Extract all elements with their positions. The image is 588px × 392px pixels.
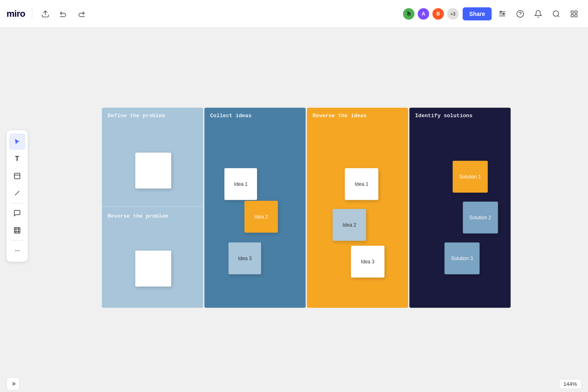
board-container: Define the problem Reverse the problem C… bbox=[102, 108, 511, 308]
reverse-idea-1[interactable]: Idea 1 bbox=[345, 168, 378, 200]
notifications-icon[interactable] bbox=[531, 7, 546, 21]
expand-sidebar-button[interactable] bbox=[7, 377, 20, 390]
svg-rect-11 bbox=[14, 173, 20, 179]
column-reverse: Reverse the ideas Idea 1 Idea 2 Idea 3 bbox=[307, 108, 408, 308]
header-right: 🖱 A B +3 Share bbox=[402, 7, 581, 21]
search-icon[interactable] bbox=[549, 7, 564, 21]
define-problem-section: Define the problem bbox=[102, 108, 203, 207]
column-identify: Identify solutions Solution 1 Solution 2… bbox=[410, 108, 511, 308]
collect-ideas-title: Collect ideas bbox=[210, 113, 252, 119]
svg-rect-8 bbox=[575, 11, 577, 13]
cursor-tool-button[interactable] bbox=[9, 134, 25, 150]
svg-point-6 bbox=[553, 11, 559, 16]
identify-solution-3-label: Solution 3 bbox=[451, 256, 473, 261]
note-tool-button[interactable] bbox=[9, 168, 25, 184]
toolbar-divider bbox=[11, 203, 24, 203]
svg-rect-7 bbox=[571, 11, 574, 13]
column-define: Define the problem Reverse the problem bbox=[102, 108, 203, 308]
text-tool-button[interactable]: T bbox=[9, 151, 25, 167]
header: miro 🖱 A B +3 Share bbox=[0, 0, 588, 28]
help-icon[interactable] bbox=[513, 7, 528, 21]
redo-button[interactable] bbox=[75, 7, 88, 20]
menu-icon[interactable] bbox=[567, 7, 581, 21]
svg-rect-13 bbox=[14, 227, 20, 233]
reverse-idea-2[interactable]: Idea 2 bbox=[333, 209, 366, 241]
identify-solution-2-label: Solution 2 bbox=[469, 215, 491, 220]
reverse-problem-section: Reverse the problem bbox=[102, 210, 203, 308]
reverse-problem-sticky[interactable] bbox=[135, 251, 171, 287]
reverse-problem-title: Reverse the problem bbox=[108, 213, 168, 219]
left-toolbar: T ··· bbox=[7, 130, 28, 262]
more-tools-icon: ··· bbox=[15, 246, 20, 255]
column-divider bbox=[102, 207, 203, 207]
redo-icon bbox=[77, 10, 85, 18]
canvas: Define the problem Reverse the problem C… bbox=[0, 28, 588, 376]
identify-solution-2[interactable]: Solution 2 bbox=[463, 202, 498, 234]
upload-icon bbox=[41, 10, 49, 18]
reverse-ideas-title: Reverse the ideas bbox=[313, 113, 367, 119]
collect-idea-1-label: Idea 1 bbox=[234, 181, 247, 187]
miro-logo: miro bbox=[7, 9, 25, 19]
more-tools-button[interactable]: ··· bbox=[9, 242, 25, 258]
zoom-level[interactable]: 144% bbox=[559, 379, 581, 389]
avatar-1: A bbox=[417, 7, 430, 20]
collect-idea-1[interactable]: Idea 1 bbox=[225, 168, 257, 200]
undo-button[interactable] bbox=[57, 7, 70, 20]
header-divider bbox=[32, 8, 32, 20]
text-tool-icon: T bbox=[15, 155, 19, 163]
bottom-bar: 144% bbox=[0, 376, 588, 392]
comment-tool-button[interactable] bbox=[9, 205, 25, 221]
svg-point-4 bbox=[503, 13, 504, 14]
svg-line-12 bbox=[15, 191, 20, 196]
undo-icon bbox=[59, 10, 67, 18]
define-problem-title: Define the problem bbox=[108, 113, 165, 119]
settings-icon[interactable] bbox=[495, 7, 510, 21]
collect-idea-3-label: Idea 3 bbox=[238, 256, 252, 261]
identify-solution-1-label: Solution 1 bbox=[459, 174, 481, 180]
define-problem-sticky[interactable] bbox=[135, 153, 171, 189]
reverse-idea-2-label: Idea 2 bbox=[343, 222, 356, 228]
toolbar-divider-2 bbox=[11, 240, 24, 241]
identify-solutions-title: Identify solutions bbox=[415, 113, 472, 119]
svg-rect-9 bbox=[571, 14, 574, 17]
line-tool-button[interactable] bbox=[9, 185, 25, 201]
identify-solution-3[interactable]: Solution 3 bbox=[444, 243, 479, 274]
upload-button[interactable] bbox=[39, 7, 52, 20]
reverse-idea-1-label: Idea 1 bbox=[355, 181, 368, 187]
reverse-idea-3-label: Idea 3 bbox=[361, 259, 374, 265]
collect-idea-2-label: Idea 2 bbox=[254, 214, 268, 220]
header-left: miro bbox=[7, 7, 88, 20]
collect-idea-2[interactable]: Idea 2 bbox=[244, 201, 278, 233]
frame-tool-button[interactable] bbox=[9, 222, 25, 238]
identify-solution-1[interactable]: Solution 1 bbox=[452, 161, 488, 193]
svg-point-3 bbox=[500, 11, 501, 12]
column-collect: Collect ideas Idea 1 Idea 2 Idea 3 bbox=[205, 108, 306, 308]
avatar-2: B bbox=[432, 7, 445, 20]
reverse-idea-3[interactable]: Idea 3 bbox=[351, 246, 384, 278]
collect-idea-3[interactable]: Idea 3 bbox=[229, 243, 261, 274]
avatar-extra-count: +3 bbox=[446, 7, 459, 20]
cursor-avatar: 🖱 bbox=[402, 7, 415, 20]
collaborator-avatars: 🖱 A B +3 bbox=[402, 7, 459, 20]
share-button[interactable]: Share bbox=[463, 7, 492, 20]
svg-rect-10 bbox=[575, 14, 577, 17]
